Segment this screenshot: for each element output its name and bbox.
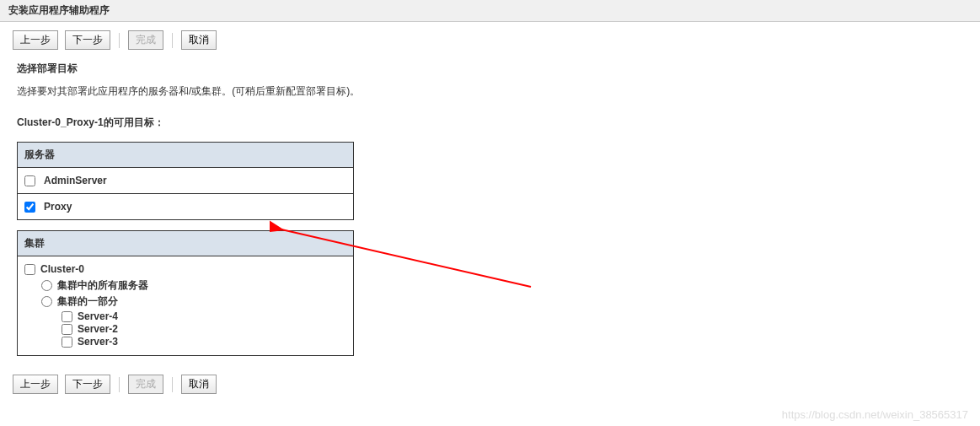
button-divider <box>119 33 120 48</box>
server-label-proxy: Proxy <box>44 201 72 213</box>
description-text: 选择要对其部署此应用程序的服务器和/或集群。(可稍后重新配置部署目标)。 <box>17 84 963 99</box>
server-row-proxy[interactable]: Proxy <box>18 194 353 219</box>
next-button[interactable]: 下一步 <box>65 375 110 394</box>
clusters-table: 集群 Cluster-0 集群中的所有服务器 集群的一部分 Serv <box>17 230 354 356</box>
cluster-server-checkbox[interactable] <box>62 324 72 335</box>
cluster-checkbox[interactable] <box>24 264 35 275</box>
cluster-server-checkbox[interactable] <box>62 337 72 348</box>
server-label-adminserver: AdminServer <box>44 175 107 186</box>
server-row-adminserver[interactable]: AdminServer <box>18 168 353 194</box>
back-button[interactable]: 上一步 <box>13 30 58 50</box>
title-bar: 安装应用程序辅助程序 <box>0 0 980 22</box>
cluster-option-part[interactable]: 集群的一部分 <box>41 294 346 309</box>
button-row-bottom: 上一步 下一步 完成 取消 <box>0 366 980 401</box>
cluster-server-checkbox[interactable] <box>62 311 72 322</box>
button-divider <box>119 377 120 392</box>
cluster-server-label: Server-3 <box>78 336 118 348</box>
cluster-row[interactable]: Cluster-0 <box>24 263 346 275</box>
cluster-radio-part[interactable] <box>41 296 52 307</box>
section-heading: 选择部署目标 <box>17 62 963 76</box>
content-area: 选择部署目标 选择要对其部署此应用程序的服务器和/或集群。(可稍后重新配置部署目… <box>0 62 980 356</box>
cluster-server-label: Server-4 <box>78 310 118 322</box>
server-checkbox-proxy[interactable] <box>24 202 35 213</box>
clusters-header: 集群 <box>18 231 353 256</box>
server-checkbox-adminserver[interactable] <box>24 175 35 186</box>
targets-label: Cluster-0_Proxy-1的可用目标： <box>17 116 963 130</box>
cluster-server-list: Server-4 Server-2 Server-3 <box>62 310 346 348</box>
cluster-radio-all[interactable] <box>41 280 52 291</box>
cluster-server-label: Server-2 <box>78 323 118 335</box>
cancel-button[interactable]: 取消 <box>181 375 217 394</box>
finish-button: 完成 <box>128 375 163 394</box>
servers-table: 服务器 AdminServer Proxy <box>17 142 354 220</box>
next-button[interactable]: 下一步 <box>65 30 110 50</box>
cluster-body: Cluster-0 集群中的所有服务器 集群的一部分 Server-4 <box>18 256 353 355</box>
cluster-options: 集群中的所有服务器 集群的一部分 Server-4 Server-2 <box>41 278 346 348</box>
finish-button: 完成 <box>128 30 163 50</box>
cluster-server-item[interactable]: Server-2 <box>62 323 346 335</box>
cluster-option-all[interactable]: 集群中的所有服务器 <box>41 278 346 293</box>
watermark-text: https://blog.csdn.net/weixin_38565317 <box>782 408 968 421</box>
cluster-option-all-label: 集群中的所有服务器 <box>57 278 148 293</box>
back-button[interactable]: 上一步 <box>13 375 58 394</box>
servers-header: 服务器 <box>18 143 353 168</box>
button-row-top: 上一步 下一步 完成 取消 <box>0 22 980 57</box>
cluster-server-item[interactable]: Server-3 <box>62 336 346 348</box>
button-divider <box>172 33 173 48</box>
cancel-button[interactable]: 取消 <box>181 30 217 50</box>
cluster-option-part-label: 集群的一部分 <box>57 294 118 309</box>
cluster-label: Cluster-0 <box>40 263 84 275</box>
button-divider <box>172 377 173 392</box>
cluster-server-item[interactable]: Server-4 <box>62 310 346 322</box>
